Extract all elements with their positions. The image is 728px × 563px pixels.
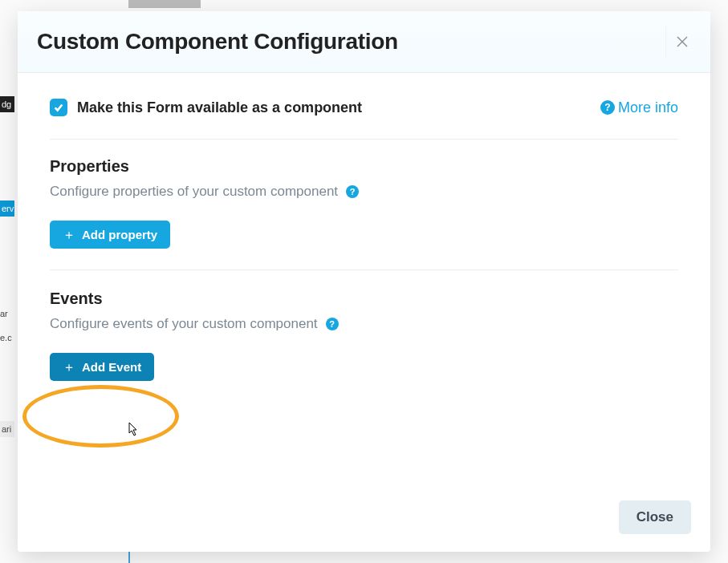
- add-event-button[interactable]: ＋ Add Event: [50, 353, 154, 381]
- modal-header: Custom Component Configuration: [18, 11, 710, 73]
- modal-body: Make this Form available as a component …: [18, 73, 710, 488]
- properties-description: Configure properties of your custom comp…: [50, 184, 678, 200]
- modal-footer: Close: [18, 488, 710, 552]
- events-section: Events Configure events of your custom c…: [50, 290, 678, 402]
- events-title: Events: [50, 290, 678, 308]
- make-available-label: Make this Form available as a component: [77, 99, 362, 116]
- properties-title: Properties: [50, 157, 678, 176]
- more-info-text: More info: [618, 99, 678, 116]
- custom-component-config-modal: Custom Component Configuration Make this…: [18, 11, 710, 552]
- question-circle-icon: ?: [600, 100, 615, 115]
- add-event-label: Add Event: [82, 360, 141, 374]
- modal-title: Custom Component Configuration: [37, 29, 398, 55]
- properties-section: Properties Configure properties of your …: [50, 157, 678, 270]
- question-circle-icon[interactable]: ?: [326, 318, 339, 330]
- plus-icon: ＋: [63, 361, 75, 374]
- plus-icon: ＋: [63, 229, 75, 241]
- make-available-checkbox[interactable]: [50, 99, 67, 116]
- add-property-button[interactable]: ＋ Add property: [50, 221, 170, 249]
- events-description: Configure events of your custom componen…: [50, 316, 678, 332]
- more-info-link[interactable]: ? More info: [600, 99, 678, 116]
- close-button[interactable]: Close: [619, 500, 691, 534]
- close-icon[interactable]: [665, 26, 697, 58]
- availability-row: Make this Form available as a component …: [50, 92, 678, 140]
- add-property-label: Add property: [82, 228, 157, 241]
- question-circle-icon[interactable]: ?: [346, 185, 359, 198]
